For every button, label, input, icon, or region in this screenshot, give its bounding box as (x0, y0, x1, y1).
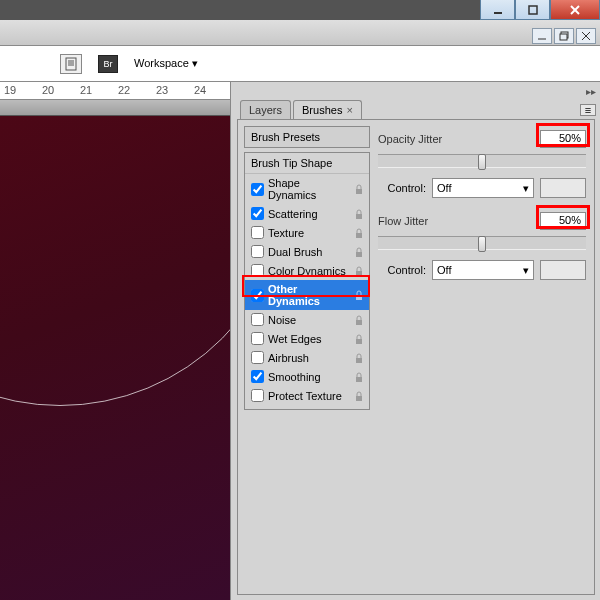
flow-jitter-value[interactable]: 50% (540, 212, 586, 230)
checkbox-dual-brush[interactable] (251, 245, 264, 258)
document-icon[interactable] (60, 54, 82, 74)
lock-icon (353, 265, 365, 277)
sub-minimize-button[interactable] (532, 28, 552, 44)
control-label: Control: (378, 264, 426, 276)
checkbox-other-dynamics[interactable] (251, 289, 264, 302)
minimize-button[interactable] (480, 0, 515, 20)
checkbox-shape-dynamics[interactable] (251, 183, 264, 196)
maximize-button[interactable] (515, 0, 550, 20)
opacity-jitter-value[interactable]: 50% (540, 130, 586, 148)
lock-icon (353, 183, 365, 195)
option-color-dynamics[interactable]: Color Dynamics (245, 261, 369, 280)
opacity-control-select[interactable]: Off▾ (432, 178, 534, 198)
chevron-down-icon: ▾ (523, 182, 529, 195)
svg-rect-9 (66, 58, 76, 70)
title-bar (0, 20, 600, 46)
option-shape-dynamics[interactable]: Shape Dynamics (245, 174, 369, 204)
lock-icon (353, 314, 365, 326)
option-smoothing[interactable]: Smoothing (245, 367, 369, 386)
opacity-control-value (540, 178, 586, 198)
checkbox-protect-texture[interactable] (251, 389, 264, 402)
svg-rect-14 (356, 214, 362, 219)
slider-thumb[interactable] (478, 236, 486, 252)
brush-options-list: Brush Tip Shape Shape Dynamics Scatterin… (244, 152, 370, 410)
lock-icon (353, 371, 365, 383)
document-tab-strip (0, 100, 230, 116)
sub-restore-button[interactable] (554, 28, 574, 44)
sub-close-button[interactable] (576, 28, 596, 44)
checkbox-color-dynamics[interactable] (251, 264, 264, 277)
brush-tip-shape-button[interactable]: Brush Tip Shape (245, 153, 369, 174)
svg-rect-1 (529, 6, 537, 14)
svg-rect-18 (356, 295, 362, 300)
checkbox-wet-edges[interactable] (251, 332, 264, 345)
flow-jitter-label: Flow Jitter (378, 215, 428, 227)
lock-icon (353, 352, 365, 364)
tab-brushes[interactable]: Brushes× (293, 100, 362, 119)
canvas-area[interactable] (0, 116, 230, 600)
lock-icon (353, 289, 365, 301)
option-protect-texture[interactable]: Protect Texture (245, 386, 369, 405)
checkbox-airbrush[interactable] (251, 351, 264, 364)
options-bar: Br Workspace ▾ (0, 46, 600, 82)
option-dual-brush[interactable]: Dual Brush (245, 242, 369, 261)
lock-icon (353, 390, 365, 402)
brush-presets-button[interactable]: Brush Presets (244, 126, 370, 148)
control-label: Control: (378, 182, 426, 194)
flow-control-select[interactable]: Off▾ (432, 260, 534, 280)
collapse-arrow-icon[interactable]: ▸▸ (586, 86, 596, 97)
svg-rect-17 (356, 271, 362, 276)
workspace-label: Workspace ▾ (134, 57, 198, 70)
option-wet-edges[interactable]: Wet Edges (245, 329, 369, 348)
option-texture[interactable]: Texture (245, 223, 369, 242)
option-airbrush[interactable]: Airbrush (245, 348, 369, 367)
close-icon[interactable]: × (346, 104, 352, 116)
opacity-jitter-label: Opacity Jitter (378, 133, 442, 145)
circle-path (0, 116, 230, 406)
lock-icon (353, 208, 365, 220)
lock-icon (353, 333, 365, 345)
checkbox-texture[interactable] (251, 226, 264, 239)
svg-rect-13 (356, 189, 362, 194)
slider-thumb[interactable] (478, 154, 486, 170)
svg-rect-20 (356, 339, 362, 344)
opacity-jitter-slider[interactable] (378, 154, 586, 168)
svg-rect-16 (356, 252, 362, 257)
svg-rect-6 (560, 34, 567, 40)
brushes-panel: Brush Presets Brush Tip Shape Shape Dyna… (237, 119, 595, 595)
svg-rect-15 (356, 233, 362, 238)
panel-menu-button[interactable]: ≡ (580, 104, 596, 116)
option-scattering[interactable]: Scattering (245, 204, 369, 223)
svg-rect-23 (356, 396, 362, 401)
flow-control-value (540, 260, 586, 280)
workspace-dropdown[interactable]: Workspace ▾ (134, 57, 198, 70)
option-noise[interactable]: Noise (245, 310, 369, 329)
option-other-dynamics[interactable]: Other Dynamics (245, 280, 369, 310)
lock-icon (353, 227, 365, 239)
checkbox-smoothing[interactable] (251, 370, 264, 383)
checkbox-noise[interactable] (251, 313, 264, 326)
flow-jitter-slider[interactable] (378, 236, 586, 250)
horizontal-ruler: 19 20 21 22 23 24 (0, 82, 230, 100)
chevron-down-icon: ▾ (523, 264, 529, 277)
svg-rect-21 (356, 358, 362, 363)
lock-icon (353, 246, 365, 258)
svg-rect-19 (356, 320, 362, 325)
tab-layers[interactable]: Layers (240, 100, 291, 119)
close-button[interactable] (550, 0, 600, 20)
checkbox-scattering[interactable] (251, 207, 264, 220)
bridge-icon[interactable]: Br (98, 55, 118, 73)
svg-rect-22 (356, 377, 362, 382)
